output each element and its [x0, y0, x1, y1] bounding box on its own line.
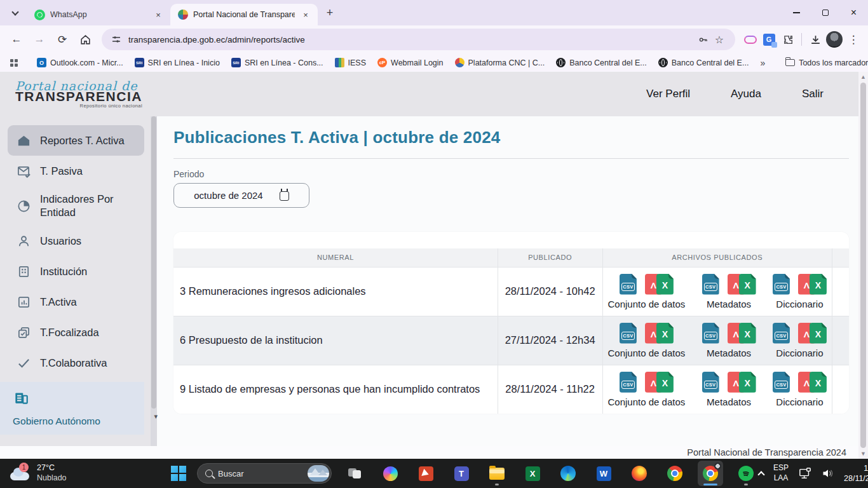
bookmark-sri-consultas[interactable]: SRISRI en Línea - Cons...	[226, 56, 329, 69]
xls-file-icon[interactable]: X	[656, 323, 674, 344]
xls-file-icon[interactable]: X	[739, 323, 756, 344]
file-group-diccionario[interactable]: CSVΛX Diccionario	[773, 372, 827, 407]
sidebar-scroll-thumb[interactable]	[151, 116, 156, 409]
bookmark-webmail[interactable]: cPWebmail Login	[372, 56, 448, 69]
minimize-button[interactable]	[782, 0, 811, 25]
file-group-label[interactable]: Diccionario	[776, 396, 823, 407]
browser-menu-icon[interactable]: ⋮	[845, 31, 862, 48]
copilot-button[interactable]	[377, 461, 403, 486]
csv-file-icon[interactable]: CSV	[702, 274, 719, 295]
file-group-label[interactable]: Metadatos	[707, 396, 751, 407]
sidebar-scrollbar[interactable]: ▾	[151, 116, 157, 446]
profile-avatar[interactable]	[826, 31, 843, 48]
taskbar-search-box[interactable]: Buscar	[197, 463, 332, 484]
file-group-metadatos[interactable]: CSVΛX Metadatos	[702, 274, 756, 309]
sidebar-item-indicadores[interactable]: Indicadores Por Entidad	[8, 186, 144, 226]
close-window-button[interactable]: ×	[839, 0, 868, 25]
all-bookmarks-button[interactable]: Todos los marcadores	[780, 57, 868, 69]
csv-file-icon[interactable]: CSV	[773, 372, 790, 393]
search-highlight-image[interactable]	[308, 465, 329, 482]
url-text[interactable]: transparencia.dpe.gob.ec/admin/reports/a…	[128, 35, 695, 44]
taskbar-clock[interactable]: 11:36 28/11/2024	[844, 463, 868, 484]
bookmark-banco-central-1[interactable]: Banco Central del E...	[551, 56, 652, 69]
reload-button[interactable]: ⟳	[52, 29, 72, 50]
csv-file-icon[interactable]: CSV	[702, 372, 719, 393]
file-group-label[interactable]: Conjunto de datos	[608, 396, 686, 407]
start-button[interactable]	[170, 465, 187, 482]
excel-button[interactable]: X	[520, 461, 545, 486]
xls-file-icon[interactable]: X	[656, 274, 674, 295]
sidebar-item-gobierno-autonomo[interactable]: Gobierno Autónomo	[0, 382, 144, 435]
chrome-profile-button[interactable]	[698, 461, 723, 486]
site-info-icon[interactable]	[109, 32, 123, 46]
tab-search-button[interactable]	[6, 4, 24, 22]
site-logo[interactable]: Portal nacional de TRANSPARENCIA Reposit…	[15, 80, 142, 109]
word-button[interactable]: W	[591, 461, 616, 486]
csv-file-icon[interactable]: CSV	[620, 372, 637, 393]
csv-file-icon[interactable]: CSV	[773, 274, 790, 295]
spotify-button[interactable]	[733, 461, 759, 486]
csv-file-icon[interactable]: CSV	[620, 274, 637, 295]
teams-button[interactable]: T	[449, 461, 474, 486]
xls-file-icon[interactable]: X	[810, 372, 827, 393]
xls-file-icon[interactable]: X	[739, 274, 756, 295]
nav-ayuda[interactable]: Ayuda	[731, 88, 761, 100]
home-button[interactable]	[75, 29, 95, 50]
scroll-thumb[interactable]	[860, 83, 866, 448]
file-group-conjunto[interactable]: CSVΛX Conjunto de datos	[608, 323, 686, 358]
network-icon[interactable]	[798, 467, 812, 480]
file-group-conjunto[interactable]: CSVΛX Conjunto de datos	[608, 274, 686, 309]
bookmark-banco-central-2[interactable]: Banco Central del E...	[653, 56, 754, 69]
bookmark-cnc[interactable]: Plataforma CNC | C...	[450, 56, 550, 69]
file-explorer-button[interactable]	[484, 461, 510, 486]
scroll-down-icon[interactable]: ▼	[860, 451, 866, 457]
csv-file-icon[interactable]: CSV	[620, 323, 637, 344]
sidebar-item-reportes-t-activa[interactable]: Reportes T. Activa	[8, 125, 144, 156]
bookmark-outlook[interactable]: OOutlook.com - Micr...	[32, 56, 128, 69]
extensions-puzzle-icon[interactable]	[780, 31, 796, 48]
sidebar-item-t-activa[interactable]: T.Activa	[8, 287, 144, 317]
bookmark-iess[interactable]: IESS	[330, 56, 372, 69]
tab-whatsapp[interactable]: WhatsApp ×	[27, 4, 170, 25]
back-button[interactable]: ←	[6, 29, 27, 50]
close-tab-icon[interactable]: ×	[300, 9, 311, 20]
translate-icon[interactable]: G	[761, 31, 777, 48]
tab-portal[interactable]: Portal Nacional de Transparenc ×	[170, 4, 318, 25]
xls-file-icon[interactable]: X	[656, 372, 674, 393]
nav-salir[interactable]: Salir	[802, 88, 824, 100]
scroll-up-icon[interactable]: ▲	[860, 74, 866, 80]
file-group-diccionario[interactable]: CSVΛX Diccionario	[773, 323, 827, 358]
close-tab-icon[interactable]: ×	[153, 9, 164, 20]
xls-file-icon[interactable]: X	[810, 274, 827, 295]
tray-chevron-up-icon[interactable]	[757, 471, 764, 478]
pdf-xchange-button[interactable]	[413, 461, 438, 486]
task-view-button[interactable]	[342, 461, 367, 486]
sidebar-item-t-pasiva[interactable]: T. Pasiva	[8, 156, 144, 186]
file-group-label[interactable]: Diccionario	[776, 299, 823, 309]
sidebar-item-usuarios[interactable]: Usuarios	[8, 226, 144, 256]
volume-icon[interactable]	[822, 468, 834, 479]
period-date-input[interactable]: octubre de 2024	[173, 183, 309, 208]
maximize-button[interactable]	[811, 0, 839, 25]
bookmark-sri-inicio[interactable]: SRISRI en Línea - Inicio	[130, 56, 225, 69]
csv-file-icon[interactable]: CSV	[773, 323, 790, 344]
file-group-diccionario[interactable]: CSVΛX Diccionario	[773, 274, 827, 309]
calendar-icon[interactable]	[280, 191, 289, 201]
file-group-metadatos[interactable]: CSVΛX Metadatos	[702, 323, 756, 358]
nav-ver-perfil[interactable]: Ver Perfil	[646, 88, 690, 100]
password-key-icon[interactable]	[695, 31, 711, 48]
csv-file-icon[interactable]: CSV	[702, 323, 719, 344]
weather-extension-icon[interactable]	[742, 31, 758, 48]
xls-file-icon[interactable]: X	[739, 372, 756, 393]
sidebar-item-t-colaborativa[interactable]: T.Colaborativa	[8, 348, 144, 378]
file-group-label[interactable]: Metadatos	[707, 299, 751, 309]
file-group-label[interactable]: Conjunto de datos	[608, 348, 686, 358]
xls-file-icon[interactable]: X	[810, 323, 827, 344]
forward-button[interactable]: →	[29, 29, 50, 50]
file-group-label[interactable]: Diccionario	[776, 348, 823, 358]
taskbar-weather-widget[interactable]: 1 27°C Nublado	[0, 463, 170, 483]
firefox-button[interactable]	[627, 461, 652, 486]
chrome-button[interactable]	[662, 461, 688, 486]
browser-scrollbar[interactable]: ▲ ▼	[858, 72, 868, 459]
file-group-conjunto[interactable]: CSVΛX Conjunto de datos	[608, 372, 686, 407]
